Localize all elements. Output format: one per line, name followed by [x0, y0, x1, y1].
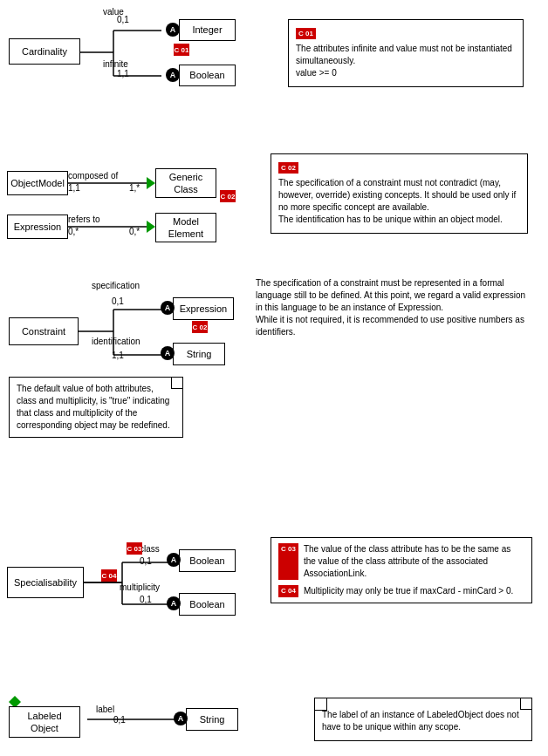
badge-c01-cardinality: C 01 — [174, 44, 189, 56]
objectmodel-box: ObjectModel — [7, 171, 68, 195]
badge-c02-constraint: C 02 — [192, 321, 208, 333]
c02-note-text: The specification of a constraint must n… — [278, 177, 520, 226]
constraint-note-c01: C 01 The attributes infinite and value m… — [288, 19, 524, 87]
mult-0star2: 0,* — [129, 227, 140, 236]
constraint-note-c02: C 02 The specification of a constraint m… — [271, 153, 528, 234]
specialisability-box: Specialisability — [7, 567, 84, 598]
refers-to-label: refers to — [68, 215, 100, 224]
generic-class-box: Generic Class — [155, 168, 216, 198]
string-box-lo: String — [186, 708, 238, 731]
string-box-constraint: String — [173, 343, 225, 365]
label-attr-label: label — [96, 705, 114, 714]
c01-badge-note: C 01 — [296, 28, 316, 39]
c01-note-text: The attributes infinite and value must n… — [296, 43, 516, 79]
note-labeled-object: The label of an instance of LabeledObjec… — [314, 698, 532, 741]
boolean-box-cardinality: Boolean — [179, 65, 236, 86]
diagram-container: Cardinality value 0,1 Integer A C 01 inf… — [0, 0, 548, 756]
constraint-note-c03: C 03 The value of the class attribute ha… — [271, 537, 532, 603]
mult-01-spec: 0,1 — [112, 296, 124, 306]
c02-badge-note: C 02 — [278, 162, 298, 174]
badge-a-boolean-mult: A — [167, 596, 181, 610]
mult-01-class: 0,1 — [140, 556, 152, 566]
constraint-desc-text: The specification of a constraint must b… — [249, 270, 537, 345]
boolean-box-mult: Boolean — [179, 593, 236, 616]
composition-arrow-expr — [147, 221, 155, 233]
multiplicity-label: multiplicity — [120, 582, 160, 592]
integer-box: Integer — [179, 19, 236, 41]
mult-11-ident: 1,1 — [112, 351, 124, 360]
badge-c03-spec: C 03 — [127, 542, 142, 555]
badge-a-string-constraint: A — [161, 346, 175, 360]
note-default-text: The default value of both attributes, cl… — [17, 383, 175, 432]
composition-arrow-om — [147, 177, 155, 189]
badge-a-boolean-card: A — [166, 68, 180, 82]
boolean-box-class: Boolean — [179, 549, 236, 572]
class-label: class — [140, 544, 160, 554]
expression-box-om: Expression — [7, 215, 68, 239]
constraint-box-main: Constraint — [9, 317, 79, 345]
mult-1star-om: 1,* — [129, 183, 140, 193]
c04-badge-note: C 04 — [278, 585, 298, 597]
badge-c04-spec: C 04 — [101, 569, 117, 582]
note-fold — [315, 698, 327, 711]
cardinality-box: Cardinality — [9, 38, 80, 65]
badge-a-expr-constraint: A — [161, 301, 175, 315]
c04-note-text: Multiplicity may only be true if maxCard… — [304, 585, 513, 597]
c03-badge-note: C 03 — [278, 543, 298, 580]
badge-a-boolean-class: A — [167, 553, 181, 567]
mult-01-lo: 0,1 — [113, 715, 126, 725]
identification-label: identification — [92, 337, 140, 346]
mult-01-a: 0,1 — [117, 15, 129, 24]
expression-box-constraint: Expression — [173, 297, 234, 320]
mult-0star1: 0,* — [68, 227, 79, 236]
badge-c02-om: C 02 — [220, 190, 236, 202]
c03-note-text: The value of the class attribute has to … — [304, 543, 524, 580]
composed-of-label: composed of — [68, 171, 118, 180]
mult-11-cardinality: 1,1 — [117, 69, 129, 78]
infinite-label: infinite — [103, 59, 128, 69]
note-default-value: The default value of both attributes, cl… — [9, 377, 183, 438]
badge-a-integer: A — [166, 23, 180, 37]
labeled-object-box: Labeled Object — [9, 706, 80, 738]
specification-label: specification — [92, 281, 140, 290]
mult-01-mult: 0,1 — [140, 595, 152, 604]
badge-a-string-lo: A — [174, 712, 188, 725]
note-lo-text: The label of an instance of LabeledObjec… — [322, 709, 524, 733]
model-element-box: Model Element — [155, 213, 216, 242]
constraint-main-text: The specification of a constraint must b… — [256, 277, 530, 338]
mult-11-om: 1,1 — [68, 183, 80, 193]
